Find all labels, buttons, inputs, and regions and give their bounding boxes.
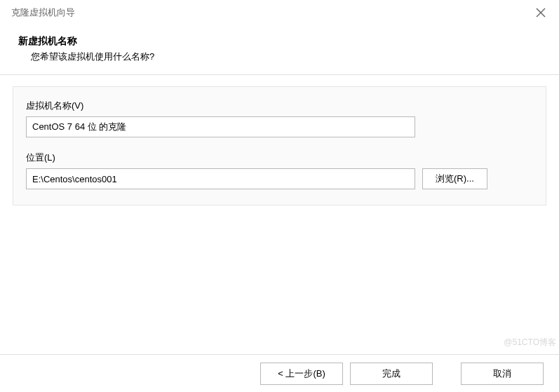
- browse-button[interactable]: 浏览(R)...: [422, 168, 487, 189]
- location-row: 浏览(R)...: [26, 168, 533, 189]
- finish-button[interactable]: 完成: [350, 363, 433, 385]
- titlebar: 克隆虚拟机向导: [0, 0, 559, 25]
- content-panel: 虚拟机名称(V) 位置(L) 浏览(R)...: [13, 86, 546, 205]
- location-input[interactable]: [26, 168, 415, 189]
- page-subtitle: 您希望该虚拟机使用什么名称?: [18, 50, 541, 63]
- location-group: 位置(L) 浏览(R)...: [26, 151, 533, 189]
- wizard-footer: < 上一步(B) 完成 取消: [0, 354, 559, 392]
- close-icon: [536, 8, 546, 18]
- watermark: @51CTO博客: [504, 337, 556, 349]
- page-title: 新虚拟机名称: [18, 35, 541, 48]
- location-label: 位置(L): [26, 151, 533, 164]
- vm-name-row: [26, 116, 533, 137]
- cancel-button[interactable]: 取消: [461, 363, 544, 385]
- window-title: 克隆虚拟机向导: [11, 6, 75, 19]
- back-button[interactable]: < 上一步(B): [260, 363, 343, 385]
- vm-name-group: 虚拟机名称(V): [26, 100, 533, 137]
- vm-name-label: 虚拟机名称(V): [26, 100, 533, 112]
- wizard-header: 新虚拟机名称 您希望该虚拟机使用什么名称?: [0, 25, 559, 75]
- vm-name-input[interactable]: [26, 116, 415, 137]
- close-button[interactable]: [531, 3, 551, 22]
